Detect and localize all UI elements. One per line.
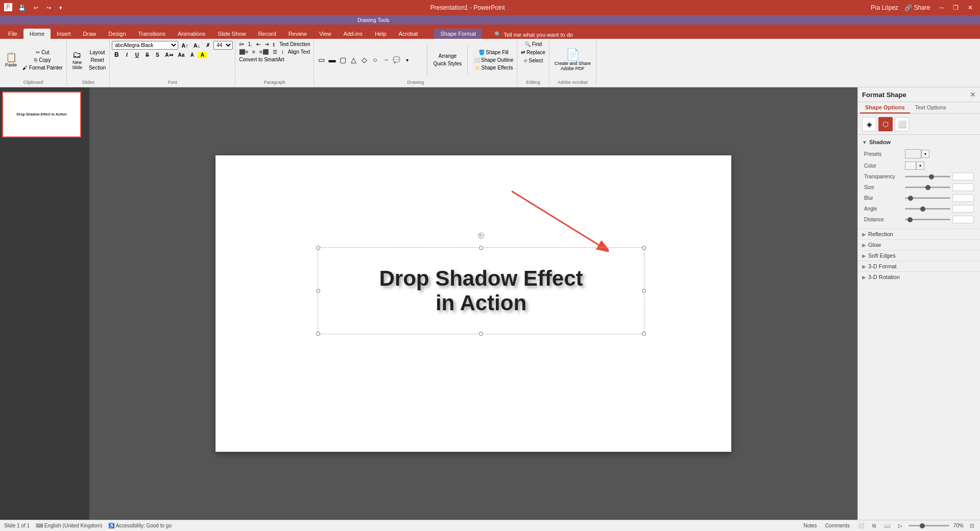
justify-button[interactable]: ☰	[271, 49, 279, 55]
fill-effects-tab-btn[interactable]: ◈	[862, 117, 876, 131]
angle-slider[interactable]	[905, 208, 950, 210]
cut-button[interactable]: ✂ Cut	[21, 49, 64, 56]
soft-edges-section[interactable]: ▶ Soft Edges	[858, 250, 980, 261]
tab-slideshow[interactable]: Slide Show	[211, 29, 252, 39]
panel-close-button[interactable]: ✕	[970, 90, 976, 99]
handle-tm[interactable]	[479, 246, 483, 250]
share-button[interactable]: 🔗 Share	[901, 3, 933, 12]
text-box[interactable]: ↻ Drop Shadow Effect in Action	[318, 247, 644, 334]
align-right-button[interactable]: ≡⬛	[258, 49, 270, 55]
reset-button[interactable]: Reset	[87, 57, 107, 63]
char-spacing-button[interactable]: A⇔	[163, 52, 175, 58]
shape-rounded[interactable]: ▢	[338, 44, 348, 75]
align-center-button[interactable]: ≡	[251, 49, 257, 55]
find-button[interactable]: 🔍 Find	[519, 41, 546, 48]
handle-bl[interactable]	[316, 332, 320, 336]
transparency-value[interactable]: 60%	[952, 173, 974, 180]
tab-design[interactable]: Design	[102, 29, 132, 39]
shape-diamond[interactable]: ◇	[359, 44, 369, 75]
quick-styles-button[interactable]: Quick Styles	[432, 60, 463, 67]
shape-rect2[interactable]: ▬	[327, 44, 337, 75]
transparency-slider[interactable]	[905, 176, 950, 177]
size-slider[interactable]	[905, 187, 950, 188]
size-properties-tab-btn[interactable]: ⬜	[895, 117, 909, 131]
handle-ml[interactable]	[316, 289, 320, 293]
tab-help[interactable]: Help	[369, 29, 393, 39]
tell-me-button[interactable]: 🔍 Tell me what you want to do	[492, 30, 575, 39]
arrange-button[interactable]: Arrange	[432, 53, 463, 59]
color-dropdown[interactable]: ▾	[916, 161, 924, 170]
reflection-section[interactable]: ▶ Reflection	[858, 228, 980, 239]
tab-view[interactable]: View	[313, 29, 338, 39]
tab-transitions[interactable]: Transitions	[132, 29, 172, 39]
decrease-indent-button[interactable]: ⇤	[255, 41, 262, 48]
bullets-button[interactable]: ≡•	[237, 41, 245, 48]
restore-button[interactable]: ❐	[950, 3, 962, 12]
shape-rect[interactable]: ▭	[316, 44, 326, 75]
redo-button[interactable]: ↪	[44, 4, 53, 12]
strikethrough-button[interactable]: S	[142, 52, 152, 58]
fit-slide-button[interactable]: ⊡	[968, 522, 976, 529]
text-direction-button[interactable]: Text Direction	[278, 41, 312, 48]
section-button[interactable]: Section	[87, 64, 107, 71]
tab-insert[interactable]: Insert	[51, 29, 77, 39]
shape-effects-tab-btn[interactable]: ⬡	[878, 117, 893, 131]
notes-button[interactable]: Notes	[802, 522, 819, 529]
tab-record[interactable]: Record	[252, 29, 282, 39]
3d-format-section[interactable]: ▶ 3-D Format	[858, 261, 980, 271]
close-button[interactable]: ✕	[965, 3, 976, 12]
bold-button[interactable]: B	[112, 51, 121, 59]
change-case-button[interactable]: Aa	[176, 52, 187, 58]
italic-button[interactable]: I	[122, 52, 131, 58]
handle-tl[interactable]	[316, 246, 320, 250]
minimize-button[interactable]: ─	[936, 3, 947, 12]
new-slide-button[interactable]: 🗂 New Slide	[69, 48, 85, 72]
tab-file[interactable]: File	[2, 29, 23, 39]
save-button[interactable]: 💾	[16, 4, 28, 12]
tab-animations[interactable]: Animations	[172, 29, 211, 39]
slide-sorter-button[interactable]: ⧉	[870, 522, 878, 529]
font-name-select[interactable]: abcAllegra-Black	[112, 41, 178, 50]
convert-smartart-button[interactable]: Convert to SmartArt	[237, 56, 285, 63]
handle-bm[interactable]	[479, 332, 483, 336]
tab-acrobat[interactable]: Acrobat	[393, 29, 424, 39]
font-color-button[interactable]: A	[187, 52, 197, 58]
shape-arrow[interactable]: →	[380, 44, 391, 75]
rotate-handle[interactable]: ↻	[478, 233, 484, 239]
distance-value[interactable]: 3 pt	[952, 216, 974, 223]
distance-slider[interactable]	[905, 219, 950, 220]
copy-button[interactable]: ⎘ Copy	[21, 57, 64, 63]
tab-addins[interactable]: Add-ins	[338, 29, 369, 39]
shape-fill-button[interactable]: 🪣 Shape Fill	[472, 49, 515, 56]
align-left-button[interactable]: ⬛≡	[237, 49, 250, 55]
layout-button[interactable]: Layout	[87, 49, 107, 56]
underline-button[interactable]: U	[132, 52, 141, 58]
glow-section[interactable]: ▶ Glow	[858, 239, 980, 250]
replace-button[interactable]: ⇄ Replace	[519, 49, 546, 56]
shape-effects-button[interactable]: ✨ Shape Effects	[472, 64, 515, 71]
reading-view-button[interactable]: 📖	[882, 522, 892, 529]
shape-outline-button[interactable]: ⬜ Shape Outline	[472, 57, 515, 63]
tab-draw[interactable]: Draw	[77, 29, 103, 39]
tab-shape-options[interactable]: Shape Options	[860, 102, 910, 113]
decrease-font-button[interactable]: A↑	[179, 42, 190, 49]
increase-indent-button[interactable]: ⇥	[263, 41, 270, 48]
tab-text-options[interactable]: Text Options	[910, 102, 951, 113]
slide-text[interactable]: Drop Shadow Effect in Action	[379, 266, 583, 316]
tab-review[interactable]: Review	[282, 29, 313, 39]
blur-slider[interactable]	[905, 197, 950, 199]
blur-value[interactable]: 4 pt	[952, 194, 974, 202]
slide-canvas[interactable]: ↻ Drop Shadow Effect in Action	[216, 155, 731, 452]
align-text-button[interactable]: Align Text	[286, 49, 312, 55]
tab-home[interactable]: Home	[23, 29, 51, 39]
shape-more[interactable]: ▾	[402, 44, 412, 75]
undo-button[interactable]: ↩	[32, 4, 40, 12]
zoom-slider[interactable]	[909, 525, 949, 526]
shadow-section-header[interactable]: ▼ Shadow	[858, 137, 980, 147]
numbering-button[interactable]: 1.	[247, 41, 254, 48]
highlight-button[interactable]: A	[198, 52, 207, 58]
handle-tr[interactable]	[642, 246, 646, 250]
shape-callout[interactable]: 💬	[391, 44, 401, 75]
angle-value[interactable]: 135°	[952, 205, 974, 213]
font-size-select[interactable]: 44	[213, 41, 233, 50]
